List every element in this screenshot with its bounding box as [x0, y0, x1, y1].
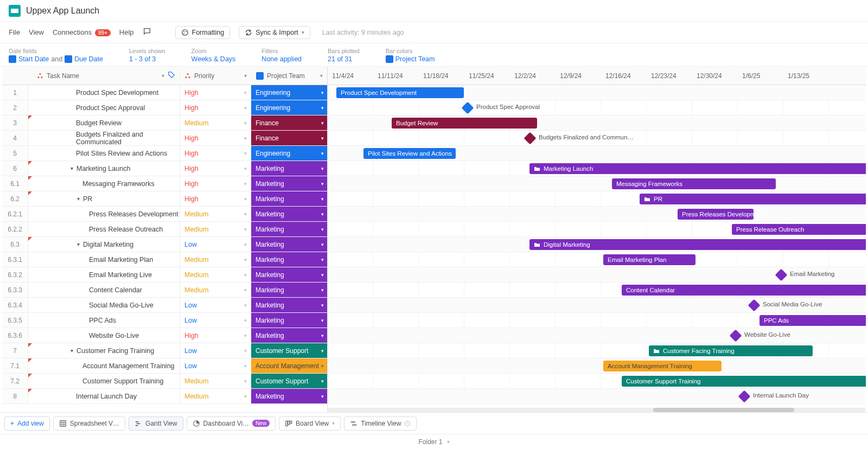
- table-row[interactable]: 6.3.5PPC AdsLow▾Marketing▾: [2, 313, 327, 328]
- team-cell[interactable]: Marketing▾: [251, 207, 327, 221]
- team-cell[interactable]: Engineering▾: [251, 85, 327, 100]
- task-name-cell[interactable]: Social Media Go-Live: [28, 298, 180, 312]
- priority-cell[interactable]: High▾: [180, 161, 251, 176]
- priority-cell[interactable]: Medium▾: [180, 222, 251, 236]
- tab-gantt[interactable]: Gantt View: [129, 416, 183, 431]
- priority-cell[interactable]: High▾: [180, 176, 251, 191]
- gantt-bar[interactable]: Marketing Launch: [529, 163, 866, 174]
- team-cell[interactable]: Marketing▾: [251, 313, 327, 328]
- priority-cell[interactable]: High▾: [180, 328, 251, 343]
- horizontal-scrollbar[interactable]: [328, 408, 866, 412]
- milestone-marker[interactable]: [775, 269, 788, 281]
- cfg-bars-value[interactable]: 21 of 31: [328, 55, 360, 63]
- team-cell[interactable]: Marketing▾: [251, 161, 327, 176]
- team-cell[interactable]: Engineering▾: [251, 146, 327, 161]
- table-row[interactable]: 6.3▾Digital MarketingLow▾Marketing▾: [2, 237, 327, 252]
- table-row[interactable]: 7.2Customer Support TrainingMedium▾Custo…: [2, 374, 327, 389]
- table-row[interactable]: 6.3.2Email Marketing LiveMedium▾Marketin…: [2, 267, 327, 283]
- priority-cell[interactable]: Medium▾: [180, 116, 251, 130]
- task-name-cell[interactable]: Website Go-Live: [28, 328, 180, 343]
- task-name-cell[interactable]: Account Management Training: [28, 358, 180, 373]
- task-name-cell[interactable]: Press Release Outreach: [28, 222, 180, 236]
- team-cell[interactable]: Customer Support▾: [251, 343, 327, 358]
- milestone-marker[interactable]: [748, 299, 761, 312]
- task-name-cell[interactable]: Messaging Frameworks: [28, 176, 180, 191]
- chevron-down-icon[interactable]: ▾: [447, 439, 450, 445]
- table-row[interactable]: 7▾Customer Facing TrainingLow▾Customer S…: [2, 343, 327, 358]
- team-cell[interactable]: Marketing▾: [251, 283, 327, 297]
- task-name-cell[interactable]: Customer Support Training: [28, 374, 180, 388]
- chevron-down-icon[interactable]: ▾: [320, 73, 323, 79]
- priority-cell[interactable]: Medium▾: [180, 389, 251, 403]
- team-cell[interactable]: Marketing▾: [251, 176, 327, 191]
- column-task-name[interactable]: Task Name ▾: [28, 72, 180, 80]
- chat-icon[interactable]: [143, 27, 151, 37]
- task-name-cell[interactable]: ▾Customer Facing Training: [28, 343, 180, 358]
- priority-cell[interactable]: High▾: [180, 146, 251, 161]
- task-name-cell[interactable]: Email Marketing Live: [28, 267, 180, 282]
- folder-breadcrumb[interactable]: Folder 1: [418, 438, 442, 446]
- tab-spreadsheet[interactable]: Spreadsheet V…: [53, 416, 125, 431]
- priority-cell[interactable]: High▾: [180, 100, 251, 115]
- table-row[interactable]: 6.2.2Press Release OutreachMedium▾Market…: [2, 222, 327, 237]
- table-row[interactable]: 8Internal Launch DayMedium▾Marketing▾: [2, 389, 327, 404]
- sync-import-button[interactable]: Sync & Import ▾: [239, 26, 310, 39]
- table-row[interactable]: 4Budgets Finalized and CommunicatedHigh▾…: [2, 131, 327, 146]
- table-row[interactable]: 5Pilot Sites Review and ActionsHigh▾Engi…: [2, 146, 327, 161]
- priority-cell[interactable]: Low▾: [180, 237, 251, 252]
- gantt-bar[interactable]: Email Marketing Plan: [603, 254, 695, 265]
- gantt-bar[interactable]: Budget Review: [392, 118, 537, 129]
- tag-icon[interactable]: [168, 71, 175, 80]
- cfg-filters-value[interactable]: None applied: [261, 55, 302, 63]
- task-name-cell[interactable]: ▾Marketing Launch: [28, 161, 180, 176]
- team-cell[interactable]: Marketing▾: [251, 237, 327, 252]
- gantt-bar[interactable]: Messaging Frameworks: [612, 178, 776, 189]
- team-cell[interactable]: Finance▾: [251, 116, 327, 130]
- task-name-cell[interactable]: Product Spec Approval: [28, 100, 180, 115]
- column-project-team[interactable]: Project Team ▾: [251, 72, 327, 80]
- task-name-cell[interactable]: Product Spec Development: [28, 85, 180, 100]
- team-cell[interactable]: Marketing▾: [251, 222, 327, 236]
- task-name-cell[interactable]: Pilot Sites Review and Actions: [28, 146, 180, 161]
- chevron-down-icon[interactable]: ▾: [77, 196, 80, 202]
- table-row[interactable]: 2Product Spec ApprovalHigh▾Engineering▾: [2, 100, 327, 116]
- gantt-bar[interactable]: Press Release Outreach: [732, 224, 866, 235]
- cfg-levels-value[interactable]: 1 - 3 of 3: [129, 55, 165, 63]
- priority-cell[interactable]: Low▾: [180, 343, 251, 358]
- task-name-cell[interactable]: ▾Digital Marketing: [28, 237, 180, 252]
- chevron-down-icon[interactable]: ▾: [77, 241, 80, 247]
- gantt-bar[interactable]: Content Calendar: [622, 285, 866, 296]
- gantt-bar[interactable]: Press Releases Development: [678, 209, 754, 220]
- priority-cell[interactable]: Low▾: [180, 358, 251, 373]
- table-row[interactable]: 6.3.1Email Marketing PlanMedium▾Marketin…: [2, 252, 327, 267]
- team-cell[interactable]: Finance▾: [251, 131, 327, 145]
- column-priority[interactable]: Priority ▾: [180, 72, 251, 80]
- priority-cell[interactable]: Medium▾: [180, 283, 251, 297]
- gantt-bar[interactable]: Customer Support Training: [622, 376, 866, 387]
- team-cell[interactable]: Marketing▾: [251, 267, 327, 282]
- cfg-zoom-value[interactable]: Weeks & Days: [192, 55, 236, 63]
- table-row[interactable]: 6.3.4Social Media Go-LiveLow▾Marketing▾: [2, 298, 327, 313]
- priority-cell[interactable]: Medium▾: [180, 252, 251, 267]
- priority-cell[interactable]: High▾: [180, 85, 251, 100]
- chevron-down-icon[interactable]: ▾: [244, 73, 247, 79]
- add-view-button[interactable]: + Add view: [4, 416, 50, 431]
- team-cell[interactable]: Marketing▾: [251, 298, 327, 312]
- task-name-cell[interactable]: Press Releases Development: [28, 207, 180, 221]
- gantt-bar[interactable]: PPC Ads: [760, 315, 866, 326]
- gantt-bar[interactable]: Customer Facing Training: [649, 345, 813, 356]
- milestone-marker[interactable]: [730, 330, 742, 342]
- task-name-cell[interactable]: Budget Review: [28, 116, 180, 130]
- gantt-bar[interactable]: Pilot Sites Review and Actions: [363, 148, 456, 159]
- table-row[interactable]: 7.1Account Management TrainingLow▾Accoun…: [2, 358, 327, 374]
- cfg-colors-value[interactable]: Project Team: [386, 55, 435, 63]
- chevron-down-icon[interactable]: ▾: [71, 348, 73, 354]
- formatting-button[interactable]: Formatting: [175, 26, 231, 39]
- team-cell[interactable]: Marketing▾: [251, 191, 327, 206]
- task-name-cell[interactable]: Budgets Finalized and Communicated: [28, 131, 180, 145]
- table-row[interactable]: 3Budget ReviewMedium▾Finance▾: [2, 116, 327, 131]
- task-name-cell[interactable]: Content Calendar: [28, 283, 180, 297]
- chevron-down-icon[interactable]: ▾: [71, 165, 73, 171]
- tab-timeline[interactable]: Timeline View ?: [344, 416, 417, 431]
- table-row[interactable]: 6▾Marketing LaunchHigh▾Marketing▾: [2, 161, 327, 176]
